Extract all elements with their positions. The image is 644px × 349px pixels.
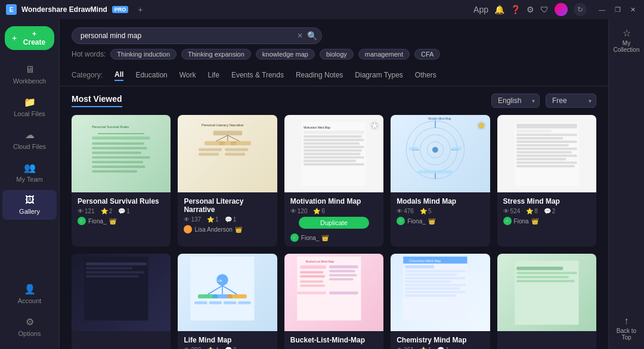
hot-tag-2[interactable]: knowledge map (256, 49, 315, 60)
hot-words-label: Hot words: (72, 50, 106, 58)
svg-rect-56 (516, 154, 577, 157)
bell-icon[interactable]: 🔔 (494, 5, 504, 14)
card-thumb-modals: Modals Mind Map ★ (391, 115, 490, 192)
svg-rect-31 (304, 156, 364, 158)
sidebar-label-local-files: Local Files (14, 110, 45, 117)
back-to-top-button[interactable]: ↑ Back to Top (609, 312, 644, 344)
card-motivation-mind-map[interactable]: Motivation Mind Map (284, 115, 383, 247)
card-thumb-6 (72, 254, 171, 331)
svg-rect-105 (516, 272, 577, 274)
card-chemistry[interactable]: Chemistry Mind Map (391, 254, 490, 349)
create-button[interactable]: ＋ + Create (5, 26, 54, 50)
cat-events[interactable]: Events & Trends (231, 70, 284, 80)
sidebar-item-gallery[interactable]: 🖼 Gallery (2, 190, 57, 220)
card-stress-mind-map[interactable]: Stress Mind Map 👁 524 ⭐ 8 💬 2 F Fiona 👑 (497, 115, 596, 247)
cat-life[interactable]: Life (208, 70, 219, 80)
card-title-6 (78, 336, 165, 343)
sidebar-label-cloud-files: Cloud Files (13, 143, 46, 150)
cards-grid: Personal Survival Rules (72, 115, 596, 349)
hot-tag-5[interactable]: CFA (414, 49, 440, 60)
hot-tag-4[interactable]: management (358, 49, 410, 60)
sidebar-label-options: Options (18, 330, 41, 337)
card-thumbnail-svg-7: Life (178, 254, 267, 323)
content-area: ✕ 🔍 Hot words: Thinking induction Thinki… (60, 19, 608, 349)
local-files-icon: 📁 (24, 96, 36, 108)
cat-education[interactable]: Education (135, 70, 167, 80)
maximize-button[interactable]: ❐ (612, 6, 623, 14)
cat-work[interactable]: Work (179, 70, 196, 80)
sidebar-item-account[interactable]: 👤 Account (0, 279, 59, 309)
my-collection-button[interactable]: ☆ My Collection (609, 24, 644, 57)
help-icon[interactable]: ❓ (510, 5, 521, 14)
card-title-personal-survival: Personal Survival Rules (78, 197, 165, 205)
hot-words: Hot words: Thinking induction Thinking e… (72, 49, 596, 60)
minimize-button[interactable]: — (596, 6, 608, 13)
sidebar-item-workbench[interactable]: 🖥 Workbench (0, 60, 59, 89)
bookmark-icon-4[interactable]: ★ (477, 120, 485, 131)
card-info-stress: Stress Mind Map 👁 524 ⭐ 8 💬 2 F Fiona 👑 (497, 192, 596, 230)
stat-stars: ⭐ 5 (420, 208, 432, 214)
svg-rect-59 (516, 165, 575, 167)
sidebar-item-cloud-files[interactable]: ☁ Cloud Files (0, 124, 59, 155)
svg-text:Bucket-List-Mind-Map: Bucket-List-Mind-Map (306, 260, 335, 263)
card-10[interactable] (497, 254, 596, 349)
language-filter[interactable]: English Chinese (491, 94, 540, 108)
shield-icon[interactable]: 🛡 (540, 5, 549, 14)
hot-tag-0[interactable]: Thinking induction (110, 49, 177, 60)
svg-line-14 (228, 135, 240, 141)
card-title-modals: Modals Mind Map (397, 197, 484, 205)
sidebar-item-options[interactable]: ⚙ Options (0, 311, 59, 342)
card-author-personal-survival: F Fiona_ 👑 (78, 217, 165, 225)
hot-tag-3[interactable]: biology (320, 49, 354, 60)
search-clear-icon[interactable]: ✕ (297, 32, 303, 40)
close-button[interactable]: ✕ (628, 6, 638, 14)
card-modals-mind-map[interactable]: Modals Mind Map ★ Modals Mind Map 👁 476 (391, 115, 490, 247)
price-filter[interactable]: Free Premium (546, 94, 596, 108)
card-info-bucket: Bucket-List-Mind-Map (284, 331, 383, 349)
card-personal-literacy[interactable]: Personal Literacy Narrative (178, 115, 277, 247)
duplicate-button[interactable]: Duplicate (299, 217, 369, 229)
svg-text:Personal Survival Rules: Personal Survival Rules (92, 124, 129, 128)
stat-views: 👁 120 (290, 208, 308, 214)
author-avatar-2: L (184, 225, 192, 233)
svg-rect-99 (405, 284, 465, 286)
cat-reading-notes[interactable]: Reading Notes (296, 70, 343, 80)
svg-rect-26 (304, 139, 364, 141)
sidebar: ＋ + Create 🖥 Workbench 📁 Local Files ☁ C… (0, 19, 60, 349)
search-submit-icon[interactable]: 🔍 (307, 31, 317, 40)
card-author-personal-literacy: L Lisa Anderson 👑 (184, 225, 271, 233)
svg-rect-82 (300, 275, 325, 278)
gallery-icon: 🖼 (25, 195, 35, 205)
bookmark-icon[interactable]: ★ (370, 120, 379, 131)
search-input[interactable] (72, 27, 322, 44)
refresh-icon[interactable]: ↻ (574, 3, 587, 16)
card-thumbnail-svg-4: Modals Mind Map (391, 115, 480, 185)
stat-comments: 💬 2 (544, 208, 556, 214)
svg-rect-46 (452, 147, 462, 151)
card-title-motivation: Motivation Mind Map (290, 197, 377, 205)
new-tab-button[interactable]: + (138, 5, 143, 14)
svg-rect-101 (405, 291, 465, 293)
app-icon[interactable]: App (473, 5, 488, 14)
sidebar-item-local-files[interactable]: 📁 Local Files (0, 92, 59, 122)
cat-others[interactable]: Others (415, 70, 436, 80)
cat-all[interactable]: All (114, 69, 123, 81)
card-personal-survival[interactable]: Personal Survival Rules (72, 115, 171, 247)
hot-tag-1[interactable]: Thinking expansion (181, 49, 251, 60)
card-stats-modals: 👁 476 ⭐ 5 (397, 208, 484, 214)
sidebar-item-my-team[interactable]: 👥 My Team (0, 157, 59, 188)
card-life-mind-map[interactable]: Life (178, 254, 277, 349)
svg-rect-45 (409, 147, 419, 151)
back-to-top-label: Back to Top (612, 328, 640, 341)
settings-icon[interactable]: ⚙ (527, 5, 534, 14)
cat-diagram-types[interactable]: Diagram Types (355, 70, 402, 80)
card-thumbnail-svg-8: Bucket-List-Mind-Map (284, 254, 374, 323)
svg-rect-53 (516, 144, 569, 146)
user-avatar[interactable] (555, 3, 568, 16)
card-thumbnail-svg: Personal Survival Rules (76, 119, 166, 189)
card-6[interactable] (72, 254, 171, 349)
card-bucket-list[interactable]: Bucket-List-Mind-Map (284, 254, 383, 349)
svg-rect-7 (92, 161, 143, 163)
svg-rect-106 (516, 276, 569, 278)
card-thumbnail-svg-2: Personal Literacy Narrative (183, 119, 273, 189)
